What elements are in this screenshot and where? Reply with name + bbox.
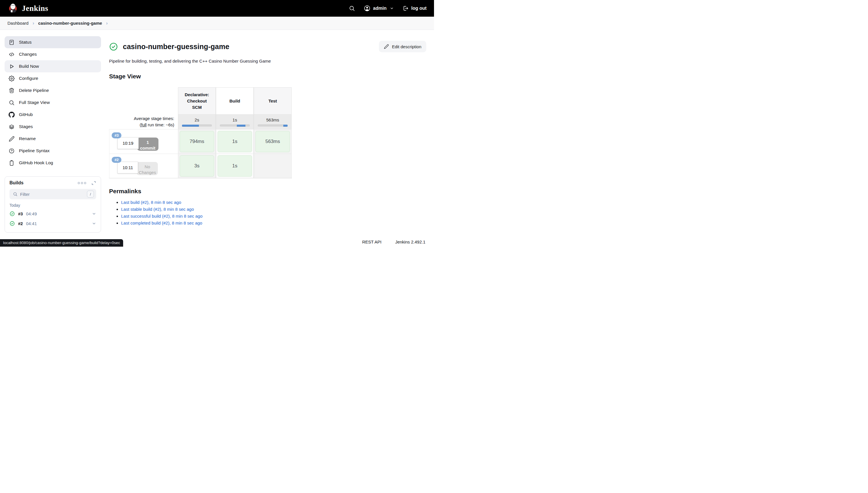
logout-button[interactable]: log out — [402, 5, 426, 12]
sidebar-item-label: Changes — [19, 52, 37, 57]
stage-time-bar — [258, 125, 288, 127]
sidebar-item-full-stage-view[interactable]: Full Stage View — [5, 97, 101, 109]
search-icon — [8, 99, 15, 106]
sidebar: Status Changes Build Now Configure Delet — [5, 36, 101, 233]
top-bar: Jenkins admin — [0, 0, 434, 17]
breadcrumb-dashboard[interactable]: Dashboard — [7, 21, 28, 25]
success-check-icon — [9, 221, 15, 226]
builds-filter: / — [9, 189, 96, 199]
builds-group-label: Today — [9, 203, 96, 208]
permalink-last-stable-build[interactable]: Last stable build (#2), 8 min 8 sec ago — [121, 207, 194, 212]
permalink-item: Last successful build (#2), 8 min 8 sec … — [121, 214, 426, 218]
sidebar-item-github-hook-log[interactable]: GitHub Hook Log — [5, 157, 101, 169]
edit-description-button[interactable]: Edit description — [379, 41, 426, 52]
full-run-time-link[interactable]: full — [141, 122, 147, 127]
user-name: admin — [373, 6, 387, 11]
permalink-last-build[interactable]: Last build (#2), 8 min 8 sec ago — [121, 200, 181, 205]
user-menu[interactable]: admin — [364, 5, 394, 12]
build-time-link[interactable]: 04:41 — [26, 221, 37, 226]
sidebar-item-label: Pipeline Syntax — [19, 148, 50, 153]
build-start-time[interactable]: 10:11 — [117, 162, 138, 173]
changes-badge: NoChanges — [137, 162, 158, 175]
build-number[interactable]: #3 — [18, 211, 23, 216]
breadcrumb-job[interactable]: casino-number-guessing-game — [38, 21, 102, 25]
sidebar-item-status[interactable]: Status — [5, 36, 101, 48]
sidebar-item-pipeline-syntax[interactable]: Pipeline Syntax — [5, 145, 101, 157]
shortcut-key-badge: / — [87, 191, 94, 197]
sidebar-item-delete-pipeline[interactable]: Delete Pipeline — [5, 84, 101, 97]
permalink-item: Last stable build (#2), 8 min 8 sec ago — [121, 207, 426, 212]
permalink-last-completed-build[interactable]: Last completed build (#2), 8 min 8 sec a… — [121, 220, 202, 226]
sidebar-item-changes[interactable]: Changes — [5, 48, 101, 60]
logout-icon — [402, 5, 409, 12]
builds-panel-title: Builds — [9, 180, 24, 186]
pencil-icon — [384, 44, 389, 49]
build-row-label: #3 10:19 1commit — [109, 129, 178, 154]
page-footer: REST API Jenkins 2.492.1 — [362, 239, 425, 244]
code-icon — [8, 51, 15, 58]
build-number[interactable]: #2 — [18, 221, 23, 226]
play-icon — [8, 63, 15, 69]
build-number-badge[interactable]: #2 — [112, 157, 121, 163]
layers-icon — [8, 124, 15, 130]
logout-label: log out — [411, 6, 426, 11]
sidebar-item-github[interactable]: GitHub — [5, 109, 101, 121]
success-check-icon — [9, 211, 15, 216]
sidebar-item-label: Status — [19, 40, 31, 45]
permalinks-section: Permalinks Last build (#2), 8 min 8 sec … — [109, 188, 426, 226]
stage-column-header: Build — [216, 87, 254, 114]
stage-column-header: Declarative: Checkout SCM — [178, 87, 216, 114]
brand-title: Jenkins — [22, 4, 48, 13]
page-title: casino-number-guessing-game — [123, 43, 229, 51]
chevron-right-icon[interactable]: › — [106, 20, 108, 26]
expand-icon[interactable] — [91, 180, 96, 186]
breadcrumb: Dashboard › casino-number-guessing-game … — [0, 17, 434, 30]
jenkins-home-link[interactable]: Jenkins — [7, 2, 48, 14]
main-content: casino-number-guessing-game Edit descrip… — [101, 36, 434, 228]
sidebar-item-label: GitHub — [19, 112, 33, 117]
permalink-last-successful-build[interactable]: Last successful build (#2), 8 min 8 sec … — [121, 214, 202, 218]
gear-icon — [8, 75, 15, 82]
stage-view-heading: Stage View — [109, 73, 426, 80]
sidebar-item-stages[interactable]: Stages — [5, 121, 101, 133]
changes-badge[interactable]: 1commit — [137, 137, 158, 151]
stage-duration-cell[interactable]: 1s — [218, 155, 252, 177]
stage-duration-cell[interactable]: 794ms — [180, 131, 214, 152]
search-icon[interactable] — [349, 5, 355, 12]
sidebar-item-build-now[interactable]: Build Now — [5, 60, 101, 72]
chevron-down-icon[interactable] — [92, 212, 96, 216]
build-list-item-3[interactable]: #3 04:49 — [9, 209, 96, 218]
build-start-time[interactable]: 10:19 — [117, 137, 139, 149]
jenkins-version[interactable]: Jenkins 2.492.1 — [395, 239, 425, 244]
permalink-item: Last build (#2), 8 min 8 sec ago — [121, 200, 426, 205]
stage-empty-cell — [254, 154, 292, 178]
stage-duration-cell[interactable]: 563ms — [255, 131, 290, 152]
chevron-right-icon: › — [32, 20, 34, 26]
build-time-link[interactable]: 04:49 — [26, 211, 37, 216]
pencil-icon — [8, 135, 15, 142]
stage-duration-cell[interactable]: 1s — [218, 131, 252, 152]
sidebar-item-label: Configure — [19, 76, 38, 81]
rest-api-link[interactable]: REST API — [362, 239, 381, 244]
stage-duration-cell[interactable]: 3s — [180, 155, 214, 177]
search-icon — [13, 192, 18, 196]
builds-options-button[interactable] — [78, 182, 86, 184]
link-preview-status-bar: localhost:8080/job/casino-number-guessin… — [0, 239, 123, 246]
sidebar-item-rename[interactable]: Rename — [5, 133, 101, 145]
sidebar-item-label: Stages — [19, 124, 33, 129]
sidebar-item-configure[interactable]: Configure — [5, 72, 101, 84]
stage-time-bar — [220, 125, 250, 127]
average-time-cell: 563ms — [254, 114, 292, 129]
job-description: Pipeline for building, testing, and deli… — [109, 59, 426, 63]
chevron-down-icon — [390, 6, 394, 10]
chevron-down-icon[interactable] — [92, 221, 96, 226]
edit-description-label: Edit description — [392, 44, 421, 49]
builds-panel: Builds / Today — [5, 176, 101, 233]
github-icon — [8, 111, 15, 118]
build-list-item-2[interactable]: #2 04:41 — [9, 218, 96, 228]
sidebar-item-label: GitHub Hook Log — [19, 160, 53, 165]
job-success-check-icon — [109, 42, 118, 51]
builds-filter-input[interactable] — [20, 192, 84, 197]
build-number-badge[interactable]: #3 — [112, 132, 121, 138]
document-icon — [8, 39, 15, 45]
